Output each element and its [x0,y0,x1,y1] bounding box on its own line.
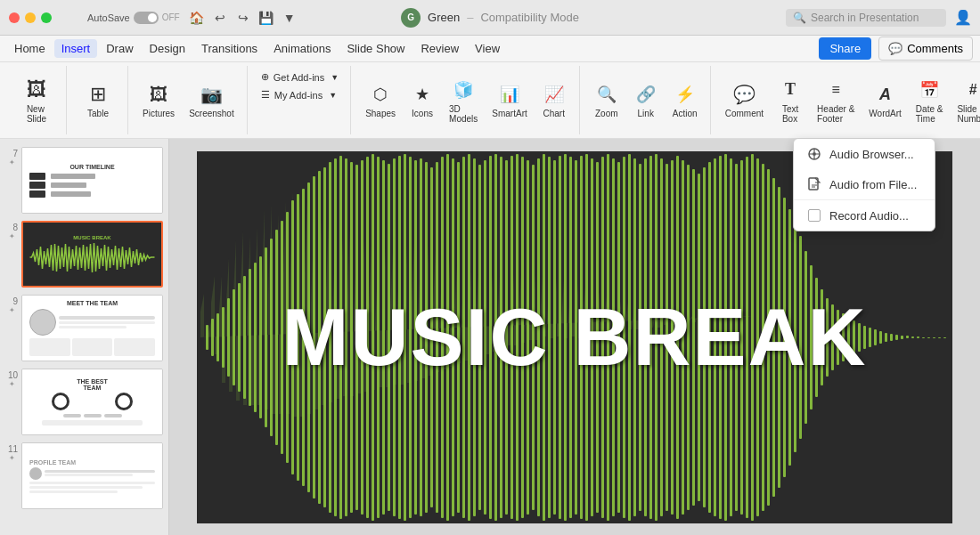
save-icon[interactable]: 💾 [258,10,274,26]
slide-panel[interactable]: 7 ✦ OUR TIMELINE [0,139,169,535]
ribbon-addins-list: ⊕ Get Add-ins ▼ ☰ My Add-ins ▼ [257,66,343,106]
ribbon-links-items: 🔍 Zoom 🔗 Link ⚡ Action [589,66,703,134]
slide-number-button[interactable]: # SlideNumber [951,74,980,127]
pictures-button[interactable]: 🖼 Pictures [137,78,180,122]
user-icon[interactable]: 👤 [955,10,971,26]
date-time-button[interactable]: 📅 Date &Time [911,74,949,127]
get-addins-label: Get Add-ins [274,72,324,83]
svg-rect-12 [265,247,267,427]
autosave-state: OFF [162,12,180,22]
redo-icon[interactable]: ↪ [235,10,251,26]
chart-button[interactable]: 📈 Chart [536,78,572,122]
shapes-button[interactable]: ⬡ Shapes [360,78,401,122]
slide-item[interactable]: 11 ✦ PROFILE TEAM [0,439,168,513]
icons-button[interactable]: ★ Icons [404,78,440,122]
home-icon[interactable]: 🏠 [189,10,205,26]
slide-10-circles [29,393,155,410]
autosave-label: AutoSave [87,12,130,23]
record-audio-item[interactable]: Record Audio... [794,200,935,231]
comment-label: Comment [725,109,764,118]
3d-models-button[interactable]: 🧊 3DModels [444,74,483,127]
zoom-button[interactable]: 🔍 Zoom [589,78,625,122]
slide-item[interactable]: 9 ✦ MEET THE TEAM [0,291,168,365]
comment-icon: 💬 [731,82,756,107]
svg-rect-5 [227,298,230,377]
new-slide-button[interactable]: 🖼 NewSlide [14,74,59,127]
audio-file-label: Audio from File... [829,178,917,191]
menu-insert[interactable]: Insert [54,39,98,58]
get-addins-button[interactable]: ⊕ Get Add-ins ▼ [257,69,343,85]
menu-bar: Home Insert Draw Design Transitions Anim… [0,36,980,62]
comment-button[interactable]: 💬 Comment [720,78,769,122]
slide-star: ✦ [9,306,15,314]
header-footer-button[interactable]: ≡ Header &Footer [812,74,860,127]
shapes-label: Shapes [365,109,396,118]
slide-thumbnail: MUSIC BREAK [21,221,163,288]
menu-view[interactable]: View [468,39,507,58]
svg-rect-136 [927,337,930,338]
minimize-button[interactable] [25,12,36,23]
autosave-knob [148,13,157,22]
slide-star: ✦ [9,158,15,166]
svg-rect-10 [254,263,257,412]
search-bar[interactable]: 🔍 Search in Presentation [786,9,946,27]
share-button[interactable]: Share [819,37,871,60]
menu-draw[interactable]: Draw [99,39,140,58]
action-icon: ⚡ [673,82,698,107]
slide-item[interactable]: 8 ✦ MUSIC BREAK [0,217,168,291]
wordart-button[interactable]: A WordArt [863,78,907,122]
maximize-button[interactable] [41,12,52,23]
menu-review[interactable]: Review [413,39,466,58]
slide-number: 8 [5,221,18,232]
comments-button[interactable]: 💬 Comments [878,36,973,61]
ribbon-text-items: 💬 Comment T TextBox ≡ Header &Footer A W… [720,66,980,134]
link-button[interactable]: 🔗 Link [628,78,664,122]
more-icon[interactable]: ▼ [282,10,298,26]
3d-models-icon: 🧊 [451,77,476,102]
action-button[interactable]: ⚡ Action [667,78,703,122]
compatibility-mode: Compatibility Mode [480,11,579,24]
menu-home[interactable]: Home [7,39,53,58]
undo-icon[interactable]: ↩ [212,10,228,26]
close-button[interactable] [9,12,20,23]
autosave-section: AutoSave OFF [87,12,180,24]
slide-number: 11 [5,442,18,454]
menu-transitions[interactable]: Transitions [194,39,265,58]
svg-rect-128 [885,333,887,342]
zoom-icon: 🔍 [594,82,619,107]
traffic-lights [9,12,52,23]
svg-rect-129 [890,334,893,341]
svg-rect-125 [869,328,871,347]
slide-thumbnail: THE BESTTEAM [21,369,163,435]
table-button[interactable]: ⊞ Table [76,78,120,122]
ribbon-group-links: 🔍 Zoom 🔗 Link ⚡ Action [582,66,711,134]
shapes-icon: ⬡ [368,82,393,107]
svg-rect-7 [238,283,241,392]
menu-design[interactable]: Design [143,39,192,58]
slide-10-title: THE BESTTEAM [29,378,155,391]
svg-rect-131 [901,336,903,339]
slide-item[interactable]: 10 ✦ THE BESTTEAM [0,365,168,439]
toolbar-actions: 🏠 ↩ ↪ 💾 ▼ [189,10,298,26]
slide-item[interactable]: 7 ✦ OUR TIMELINE [0,143,168,217]
my-addins-label: My Add-ins [274,90,323,101]
smartart-button[interactable]: 📊 SmartArt [486,78,532,122]
svg-point-141 [813,152,816,156]
screenshot-button[interactable]: 📷 Screenshot [184,78,240,122]
autosave-toggle[interactable] [134,12,159,24]
audio-browser-item[interactable]: Audio Browser... [794,139,935,169]
table-icon: ⊞ [86,82,110,107]
audio-file-item[interactable]: Audio from File... [794,169,935,199]
filename: Green [428,11,460,24]
menu-animations[interactable]: Animations [266,39,338,58]
text-box-button[interactable]: T TextBox [772,74,808,127]
chart-label: Chart [543,109,565,118]
ribbon-group-text: 💬 Comment T TextBox ≡ Header &Footer A W… [713,66,980,134]
slide-star: ✦ [9,454,15,462]
svg-rect-6 [233,289,235,385]
audio-dropdown: Audio Browser... Audio from File... Reco… [793,138,935,231]
svg-rect-13 [270,239,273,436]
svg-rect-139 [943,337,946,338]
my-addins-button[interactable]: ☰ My Add-ins ▼ [257,87,343,102]
menu-slideshow[interactable]: Slide Show [339,39,412,58]
